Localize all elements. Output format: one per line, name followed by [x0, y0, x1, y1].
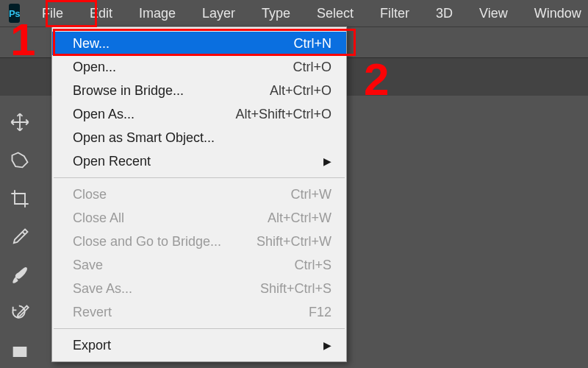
menu-file[interactable]: File — [29, 0, 76, 26]
menu-item-label: Save As... — [73, 281, 245, 297]
menu-item-shortcut: Ctrl+O — [278, 60, 331, 75]
menu-item-label: Close All — [73, 210, 253, 226]
menu-item-new[interactable]: New...Ctrl+N — [52, 32, 346, 55]
menu-view[interactable]: View — [466, 0, 521, 26]
menu-separator — [54, 177, 345, 178]
menu-item-open-as[interactable]: Open As...Alt+Shift+Ctrl+O — [52, 102, 346, 126]
menu-item-label: Close — [73, 187, 276, 202]
menu-filter[interactable]: Filter — [367, 0, 423, 26]
menu-item-label: Open Recent — [73, 154, 309, 169]
menu-item-shortcut: Ctrl+W — [276, 187, 332, 202]
menu-item-shortcut: Shift+Ctrl+S — [245, 281, 331, 297]
crop-tool[interactable] — [4, 183, 36, 215]
menu-item-close: CloseCtrl+W — [52, 183, 346, 206]
svg-rect-0 — [13, 347, 27, 357]
menu-item-shortcut: Alt+Ctrl+O — [255, 83, 331, 99]
menu-item-close-all: Close AllAlt+Ctrl+W — [52, 206, 346, 230]
toolbox — [0, 96, 40, 368]
eyedropper-tool[interactable] — [4, 221, 36, 253]
menu-item-label: Open... — [73, 60, 278, 75]
file-menu-dropdown: New...Ctrl+NOpen...Ctrl+OBrowse in Bridg… — [51, 26, 347, 362]
menu-item-shortcut: Alt+Ctrl+W — [253, 210, 331, 226]
brush-tool[interactable] — [4, 259, 36, 291]
menu-item-label: Open as Smart Object... — [73, 130, 317, 146]
menu-item-shortcut: Alt+Shift+Ctrl+O — [220, 107, 331, 122]
menu-item-label: New... — [73, 36, 279, 52]
menu-item-shortcut: F12 — [294, 305, 331, 320]
menu-item-label: Open As... — [73, 107, 220, 122]
menu-edit[interactable]: Edit — [76, 0, 126, 26]
menu-image[interactable]: Image — [126, 0, 189, 26]
history-brush-tool[interactable] — [4, 297, 36, 330]
menu-separator — [54, 328, 345, 329]
menu-item-close-and-go-to-bridge: Close and Go to Bridge...Shift+Ctrl+W — [52, 230, 346, 253]
menu-item-label: Close and Go to Bridge... — [73, 234, 242, 250]
menu-item-label: Browse in Bridge... — [73, 83, 255, 99]
submenu-arrow-icon: ▶ — [309, 339, 331, 351]
menu-select[interactable]: Select — [304, 0, 367, 26]
submenu-arrow-icon: ▶ — [309, 155, 331, 167]
app-badge: Ps — [9, 4, 20, 23]
menu-3d[interactable]: 3D — [423, 0, 466, 26]
menu-window[interactable]: Window — [521, 0, 588, 26]
menu-item-shortcut: Ctrl+N — [279, 36, 331, 52]
menu-item-save: SaveCtrl+S — [52, 253, 346, 277]
lasso-tool[interactable] — [4, 144, 36, 177]
menu-item-label: Revert — [73, 305, 294, 320]
menu-item-export[interactable]: Export▶ — [52, 333, 346, 357]
rectangle-tool[interactable] — [4, 336, 36, 368]
move-tool[interactable] — [4, 106, 36, 138]
menu-item-label: Export — [73, 338, 309, 353]
menubar: Ps FileEditImageLayerTypeSelectFilter3DV… — [0, 0, 588, 26]
menu-item-open-recent[interactable]: Open Recent▶ — [52, 149, 346, 173]
menu-item-save-as: Save As...Shift+Ctrl+S — [52, 277, 346, 300]
app-badge-text: Ps — [9, 8, 20, 19]
menu-type[interactable]: Type — [248, 0, 304, 26]
menu-item-browse-in-bridge[interactable]: Browse in Bridge...Alt+Ctrl+O — [52, 79, 346, 102]
menu-item-revert: RevertF12 — [52, 300, 346, 324]
menu-item-shortcut: Ctrl+S — [279, 258, 331, 273]
menu-layer[interactable]: Layer — [189, 0, 248, 26]
menu-item-label: Save — [73, 258, 279, 273]
menu-item-open[interactable]: Open...Ctrl+O — [52, 55, 346, 79]
menu-item-open-as-smart-object[interactable]: Open as Smart Object... — [52, 126, 346, 149]
menu-item-shortcut: Shift+Ctrl+W — [242, 234, 331, 250]
